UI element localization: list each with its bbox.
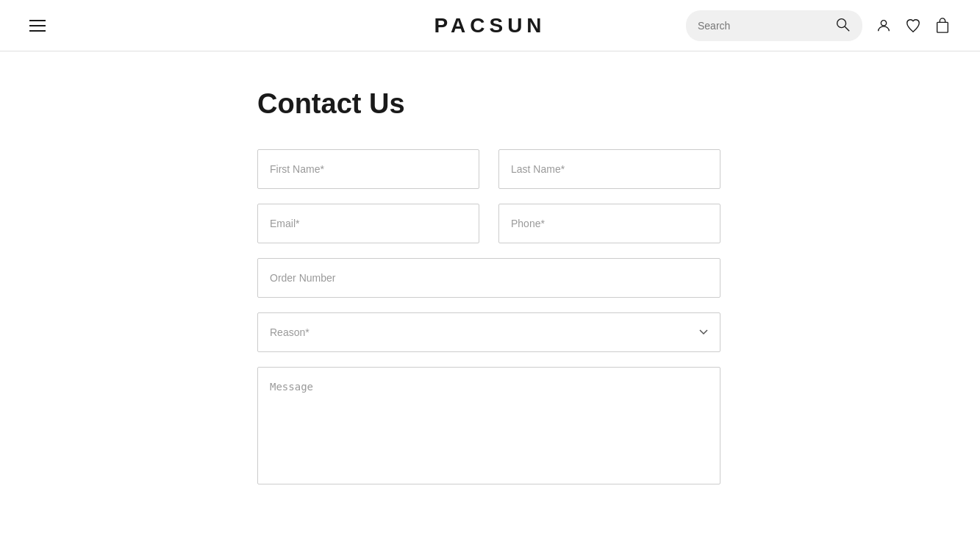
svg-rect-3 bbox=[937, 22, 948, 32]
search-button[interactable] bbox=[834, 16, 851, 35]
header-right bbox=[686, 10, 951, 41]
reason-select[interactable]: Reason* Order Inquiry Return/Exchange Pr… bbox=[257, 312, 720, 352]
name-row bbox=[257, 149, 720, 189]
message-row bbox=[257, 367, 720, 487]
main-content: Contact Us Reason* bbox=[0, 51, 980, 533]
header-left bbox=[29, 20, 46, 32]
email-group bbox=[257, 204, 479, 243]
search-icon bbox=[834, 16, 851, 32]
svg-line-1 bbox=[845, 26, 849, 31]
contact-form: Reason* Order Inquiry Return/Exchange Pr… bbox=[257, 149, 720, 487]
last-name-group bbox=[498, 149, 720, 189]
phone-group bbox=[498, 204, 720, 243]
search-container bbox=[686, 10, 862, 41]
logo[interactable]: PACSUN bbox=[434, 14, 546, 37]
hamburger-menu-button[interactable] bbox=[29, 20, 46, 32]
email-input[interactable] bbox=[257, 204, 479, 243]
header: PACSUN bbox=[0, 0, 980, 51]
account-icon bbox=[876, 18, 892, 34]
svg-point-2 bbox=[881, 20, 886, 25]
first-name-group bbox=[257, 149, 479, 189]
logo-text: PACSUN bbox=[434, 14, 546, 37]
order-number-input[interactable] bbox=[257, 258, 720, 298]
phone-input[interactable] bbox=[498, 204, 720, 243]
order-number-row bbox=[257, 258, 720, 298]
wishlist-button[interactable] bbox=[905, 18, 921, 34]
heart-icon bbox=[905, 18, 921, 34]
message-textarea[interactable] bbox=[257, 367, 720, 484]
bag-icon bbox=[934, 18, 951, 34]
last-name-input[interactable] bbox=[498, 149, 720, 189]
reason-row: Reason* Order Inquiry Return/Exchange Pr… bbox=[257, 312, 720, 352]
contact-row bbox=[257, 204, 720, 243]
search-input[interactable] bbox=[698, 20, 830, 32]
account-button[interactable] bbox=[876, 18, 892, 34]
page-title: Contact Us bbox=[257, 88, 980, 120]
svg-point-0 bbox=[837, 18, 846, 27]
first-name-input[interactable] bbox=[257, 149, 479, 189]
cart-button[interactable] bbox=[934, 18, 951, 34]
